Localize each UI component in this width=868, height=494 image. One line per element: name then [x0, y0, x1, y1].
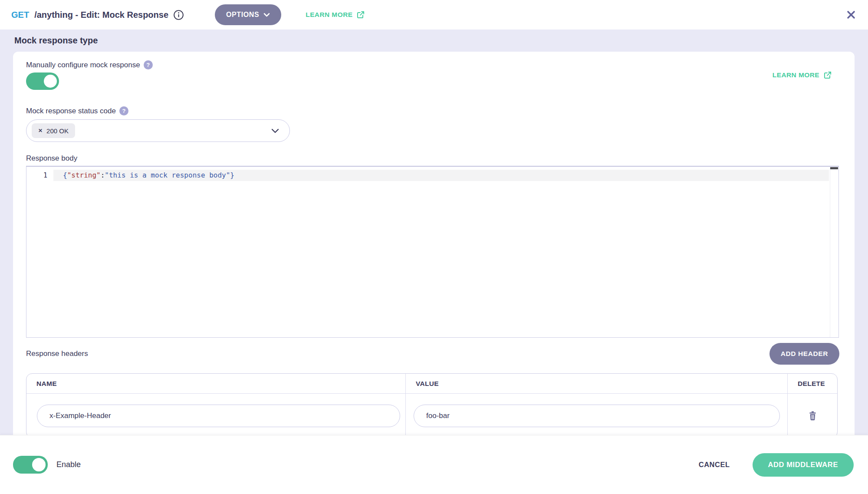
column-header-name: NAME [36, 380, 57, 388]
status-code-select[interactable]: ✕ 200 OK [26, 119, 290, 142]
table-header-row: NAME VALUE DELETE [26, 374, 837, 394]
toggle-knob [44, 75, 57, 88]
response-headers-label: Response headers [26, 349, 88, 358]
external-link-icon [823, 71, 832, 79]
options-button[interactable]: OPTIONS [215, 4, 281, 25]
trash-icon [808, 411, 818, 421]
learn-more-link[interactable]: LEARN MORE [306, 10, 365, 19]
column-header-value: VALUE [416, 380, 439, 388]
editor-scrollbar-track [830, 167, 830, 337]
header-name-input[interactable] [37, 405, 400, 427]
chevron-down-icon [271, 128, 279, 133]
response-headers-toolbar: Response headers ADD HEADER [26, 343, 839, 365]
response-body-editor[interactable]: 1 {"string":"this is a mock response bod… [26, 166, 839, 338]
learn-more-label: LEARN MORE [306, 11, 352, 19]
column-header-delete: DELETE [798, 380, 825, 388]
external-link-icon [356, 10, 365, 19]
close-icon[interactable] [846, 10, 857, 20]
help-icon[interactable]: ? [144, 60, 153, 69]
delete-header-button[interactable] [808, 411, 818, 421]
page-title: /anything - Edit: Mock Response [34, 10, 168, 20]
section-heading: Mock response type [14, 36, 868, 46]
line-number: 1 [26, 171, 53, 179]
modal-header: GET /anything - Edit: Mock Response OPTI… [0, 0, 868, 30]
options-button-label: OPTIONS [226, 11, 259, 19]
mock-response-card: LEARN MORE Manually configure mock respo… [13, 52, 855, 442]
status-code-chip-label: 200 OK [46, 127, 69, 135]
code-content[interactable]: {"string":"this is a mock response body"… [53, 170, 829, 181]
chip-remove-icon[interactable]: ✕ [38, 128, 43, 134]
manual-configure-label: Manually configure mock response ? [26, 60, 839, 69]
table-row [26, 394, 837, 438]
header-value-input[interactable] [414, 405, 780, 427]
manual-configure-toggle[interactable] [26, 72, 59, 90]
toggle-knob [32, 458, 46, 471]
add-header-button[interactable]: ADD HEADER [769, 343, 839, 365]
status-code-chip: ✕ 200 OK [32, 123, 75, 138]
response-headers-table: NAME VALUE DELETE [26, 373, 838, 438]
editor-scrollbar-thumb[interactable] [830, 167, 838, 169]
status-code-label: Mock response status code ? [26, 106, 839, 115]
help-icon[interactable]: ? [119, 106, 128, 115]
modal-body: Mock response type LEARN MORE Manually c… [0, 30, 868, 435]
modal-footer: Enable CANCEL ADD MIDDLEWARE [0, 435, 868, 494]
chevron-down-icon [263, 13, 270, 17]
enable-toggle[interactable] [13, 456, 48, 474]
card-learn-more-link[interactable]: LEARN MORE [773, 71, 832, 79]
card-learn-more-label: LEARN MORE [773, 71, 819, 79]
add-middleware-button[interactable]: ADD MIDDLEWARE [753, 453, 854, 477]
http-method-badge: GET [11, 10, 29, 20]
enable-label: Enable [56, 460, 81, 469]
info-icon[interactable] [173, 9, 184, 21]
code-line: 1 {"string":"this is a mock response bod… [26, 170, 838, 181]
response-body-label: Response body [26, 154, 839, 163]
cancel-button[interactable]: CANCEL [699, 461, 730, 469]
